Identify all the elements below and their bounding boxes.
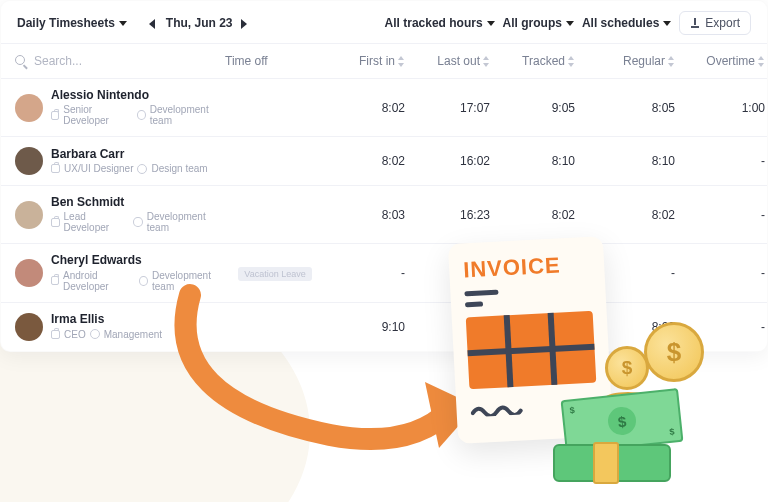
prev-day-button[interactable]	[149, 19, 158, 28]
filter-schedules-label: All schedules	[582, 16, 659, 30]
col-tracked[interactable]: Tracked	[490, 54, 575, 68]
employee-name: Barbara Carr	[51, 148, 208, 161]
chevron-down-icon	[663, 21, 671, 26]
download-icon	[690, 18, 701, 29]
chevron-down-icon	[119, 21, 127, 26]
decorative-arrow	[170, 290, 490, 470]
last-out-cell: 17:07	[405, 101, 490, 115]
col-timeoff[interactable]: Time off	[225, 54, 325, 68]
briefcase-icon	[51, 276, 59, 285]
overtime-cell: 1:00	[675, 101, 765, 115]
col-firstin[interactable]: First in	[325, 54, 405, 68]
col-overtime[interactable]: Overtime	[675, 54, 765, 68]
briefcase-icon	[51, 330, 60, 339]
employee-name: Cheryl Edwards	[51, 254, 225, 267]
table-row[interactable]: Alessio Nintendo Senior Developer Develo…	[1, 78, 767, 136]
employee-meta: UX/UI Designer Design team	[51, 163, 208, 174]
col-regular[interactable]: Regular	[575, 54, 675, 68]
filter-tracked-hours-label: All tracked hours	[385, 16, 483, 30]
employee-role: UX/UI Designer	[64, 163, 133, 174]
employee-team: Management	[104, 329, 162, 340]
date-label[interactable]: Thu, Jun 23	[166, 16, 233, 30]
last-out-cell: 16:02	[405, 154, 490, 168]
avatar	[15, 94, 43, 122]
avatar	[15, 313, 43, 341]
search-input[interactable]: Search...	[15, 54, 82, 68]
regular-cell: 8:05	[575, 101, 675, 115]
invoice-table-icon	[466, 311, 597, 390]
first-in-cell: 8:02	[325, 101, 405, 115]
view-selector-label: Daily Timesheets	[17, 16, 115, 30]
employee-name: Ben Schmidt	[51, 196, 225, 209]
employee-team: Development team	[147, 211, 225, 233]
employee-name: Irma Ellis	[51, 313, 162, 326]
tracked-cell: 8:10	[490, 154, 575, 168]
view-selector[interactable]: Daily Timesheets	[17, 16, 127, 30]
chevron-down-icon	[566, 21, 574, 26]
col-lastout[interactable]: Last out	[405, 54, 490, 68]
employee-role: Senior Developer	[63, 104, 132, 126]
employee-role: Lead Developer	[64, 211, 130, 233]
employee-role: Android Developer	[63, 270, 135, 292]
last-out-cell: 16:23	[405, 208, 490, 222]
overtime-cell: -	[675, 154, 765, 168]
next-day-button[interactable]	[241, 19, 250, 28]
first-in-cell: 8:03	[325, 208, 405, 222]
timeoff-cell: Vacation Leave	[238, 266, 311, 280]
tracked-cell: 8:02	[490, 208, 575, 222]
briefcase-icon	[51, 111, 59, 120]
team-icon	[139, 276, 148, 286]
sort-icon	[568, 56, 575, 67]
team-icon	[133, 217, 142, 227]
avatar	[15, 147, 43, 175]
team-icon	[90, 329, 100, 339]
employee-role: CEO	[64, 329, 86, 340]
employee-cell: Alessio Nintendo Senior Developer Develo…	[15, 89, 225, 126]
table-row[interactable]: Barbara Carr UX/UI Designer Design team …	[1, 136, 767, 185]
employee-cell: Barbara Carr UX/UI Designer Design team	[15, 147, 225, 175]
tracked-cell: 9:05	[490, 101, 575, 115]
toolbar: Daily Timesheets Thu, Jun 23 All tracked…	[1, 1, 767, 43]
employee-meta: Lead Developer Development team	[51, 211, 225, 233]
timeoff-tag: Vacation Leave	[238, 267, 311, 281]
team-icon	[137, 164, 147, 174]
sort-icon	[398, 56, 405, 67]
cash-illustration: $$$	[543, 402, 683, 482]
coin-icon: $	[644, 322, 704, 382]
briefcase-icon	[51, 218, 60, 227]
avatar	[15, 259, 43, 287]
briefcase-icon	[51, 164, 60, 173]
employee-name: Alessio Nintendo	[51, 89, 225, 102]
employee-meta: Senior Developer Development team	[51, 104, 225, 126]
overtime-cell: -	[675, 266, 765, 280]
chevron-down-icon	[487, 21, 495, 26]
search-icon	[15, 55, 28, 68]
filter-groups[interactable]: All groups	[503, 16, 574, 30]
sort-icon	[483, 56, 490, 67]
employee-team: Development team	[150, 104, 225, 126]
export-label: Export	[705, 16, 740, 30]
overtime-cell: -	[675, 208, 765, 222]
decorative-line	[465, 301, 483, 307]
first-in-cell: -	[325, 266, 405, 280]
search-placeholder: Search...	[34, 54, 82, 68]
regular-cell: 8:10	[575, 154, 675, 168]
team-icon	[137, 110, 146, 120]
filter-groups-label: All groups	[503, 16, 562, 30]
regular-cell: 8:02	[575, 208, 675, 222]
invoice-title: INVOICE	[463, 251, 591, 284]
employee-meta: CEO Management	[51, 329, 162, 340]
avatar	[15, 201, 43, 229]
filter-tracked-hours[interactable]: All tracked hours	[385, 16, 495, 30]
employee-meta: Android Developer Development team	[51, 270, 225, 292]
decorative-line	[464, 290, 498, 297]
table-header: Search... Time off First in Last out Tra…	[1, 43, 767, 78]
export-button[interactable]: Export	[679, 11, 751, 35]
filter-schedules[interactable]: All schedules	[582, 16, 671, 30]
employee-cell: Ben Schmidt Lead Developer Development t…	[15, 196, 225, 233]
sort-icon	[758, 56, 765, 67]
employee-team: Design team	[151, 163, 207, 174]
coin-icon: $	[605, 346, 649, 390]
first-in-cell: 8:02	[325, 154, 405, 168]
table-row[interactable]: Ben Schmidt Lead Developer Development t…	[1, 185, 767, 243]
